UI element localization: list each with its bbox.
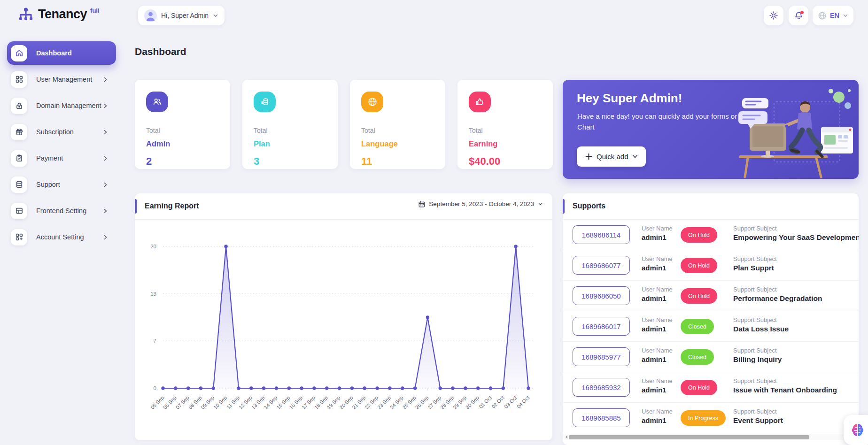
notifications-button[interactable]: [789, 6, 808, 25]
sidebar-item-account-setting[interactable]: Account Setting: [7, 225, 116, 249]
subject-cell: Support SubjectBilling Inquiry: [733, 347, 859, 364]
ticket-id-button[interactable]: 1689685977: [573, 347, 630, 366]
sidebar-item-label: Account Setting: [36, 233, 84, 241]
user-cell: User Nameadmin1: [642, 225, 673, 241]
support-subject-value: Event Support: [733, 416, 859, 425]
sidebar-item-payment[interactable]: Payment: [7, 146, 116, 170]
sidebar-item-support[interactable]: Support: [7, 173, 116, 196]
support-subject-value: Data Loss Issue: [733, 325, 859, 333]
sidebar-item-subscription[interactable]: Subscription: [7, 120, 116, 144]
svg-text:16 Sep: 16 Sep: [288, 395, 303, 410]
language-selector[interactable]: EN: [813, 6, 853, 25]
chevron-right-icon: [102, 155, 108, 161]
status-badge: On Hold: [681, 288, 717, 304]
ticket-id-button[interactable]: 1689686017: [573, 317, 630, 336]
sidebar-item-dashboard[interactable]: Dashboard: [7, 41, 116, 65]
coins-icon: $: [254, 92, 276, 112]
subject-cell: Support SubjectPlan Supprt: [733, 255, 859, 272]
brand-logo[interactable]: Tenancy full: [17, 7, 100, 24]
sidebar-item-label: Support: [36, 181, 60, 188]
welcome-card: Hey Super Admin! Have a nice day! you ca…: [563, 80, 859, 179]
support-subject-label: Support Subject: [733, 347, 859, 354]
svg-text:13: 13: [150, 291, 156, 297]
brand-name: Tenancy: [38, 7, 87, 22]
stat-total-label: Total: [361, 127, 434, 134]
chevron-right-icon: [102, 208, 108, 214]
support-ticket-row: 1689685885User Nameadmin1In ProgressSupp…: [563, 403, 859, 433]
chevron-right-icon: [102, 129, 108, 135]
svg-text:22 Sep: 22 Sep: [364, 395, 379, 410]
svg-text:12 Sep: 12 Sep: [238, 395, 253, 410]
sidebar-item-frontend-setting[interactable]: Frontend Setting: [7, 199, 116, 222]
earning-report-header: Earning Report September 5, 2023 - Octob…: [135, 193, 552, 220]
assistant-floating-button[interactable]: [844, 415, 868, 445]
svg-text:7: 7: [154, 338, 156, 344]
ticket-id-button[interactable]: 1689686077: [573, 256, 630, 275]
theme-toggle-button[interactable]: [764, 6, 783, 25]
svg-text:02 Oct: 02 Oct: [490, 395, 505, 409]
stat-value: 2: [146, 155, 219, 168]
brand-tree-icon: [17, 7, 35, 24]
sidebar-item-label: Frontend Setting: [36, 207, 86, 215]
ticket-id-button[interactable]: 1689686114: [573, 225, 630, 244]
calendar-icon: [418, 201, 425, 207]
ticket-id-button[interactable]: 1689685932: [573, 378, 630, 397]
page-title: Dashboard: [135, 46, 186, 57]
quick-add-button[interactable]: Quick add: [577, 146, 646, 167]
sidebar-item-domain-management[interactable]: Domain Management: [7, 94, 116, 117]
sidebar-item-label: Domain Management: [36, 102, 101, 109]
layout-table-icon: [11, 203, 27, 219]
welcome-title: Hey Super Admin!: [577, 91, 682, 106]
user-name-label: User Name: [642, 286, 673, 293]
user-name-label: User Name: [642, 225, 673, 232]
plus-icon: [585, 153, 592, 160]
svg-text:27 Sep: 27 Sep: [426, 395, 442, 410]
stat-value: 11: [361, 155, 434, 168]
user-name-value: admin1: [642, 294, 673, 302]
svg-text:09 Sep: 09 Sep: [200, 395, 215, 410]
date-range-label: September 5, 2023 - October 4, 2023: [429, 200, 534, 207]
stat-card-language: TotalLanguage11: [350, 80, 445, 169]
support-subject-value: Empowering Your SaaS Development: [733, 233, 859, 242]
stat-total-label: Total: [469, 127, 542, 134]
status-badge: Closed: [681, 349, 714, 365]
supports-header: Supports: [563, 193, 859, 220]
support-ticket-row: 1689685932User Nameadmin1On HoldSupport …: [563, 372, 859, 403]
home-icon: [11, 45, 27, 61]
sidebar-item-user-management[interactable]: User Management: [7, 68, 116, 91]
stat-card-earning: TotalEarning$40.00: [457, 80, 553, 169]
ticket-id-button[interactable]: 1689686050: [573, 286, 630, 305]
svg-text:04 Oct: 04 Oct: [516, 395, 530, 409]
support-subject-label: Support Subject: [733, 286, 859, 293]
chevron-down-icon: [538, 201, 543, 207]
stat-name: Plan: [254, 139, 326, 148]
scrollbar-thumb[interactable]: [569, 435, 809, 439]
support-subject-value: Performance Degradation: [733, 294, 859, 303]
support-subject-label: Support Subject: [733, 225, 859, 232]
chevron-right-icon: [102, 234, 108, 240]
user-name-value: admin1: [642, 264, 673, 272]
date-range-picker[interactable]: September 5, 2023 - October 4, 2023: [418, 200, 543, 207]
chevron-right-icon: [102, 182, 108, 188]
status-badge: On Hold: [681, 258, 717, 273]
profile-menu-button[interactable]: Hi, Super Admin: [138, 6, 225, 25]
earning-chart: 07132005 Sep06 Sep07 Sep08 Sep09 Sep10 S…: [135, 220, 552, 441]
svg-text:10 Sep: 10 Sep: [212, 395, 228, 410]
horizontal-scrollbar[interactable]: [563, 434, 859, 440]
stat-name: Admin: [146, 139, 219, 148]
user-cell: User Nameadmin1: [642, 316, 673, 333]
stat-total-label: Total: [254, 127, 326, 134]
user-name-label: User Name: [642, 347, 673, 354]
svg-text:18 Sep: 18 Sep: [313, 395, 329, 410]
svg-text:11 Sep: 11 Sep: [225, 395, 241, 410]
user-cell: User Nameadmin1: [642, 408, 673, 424]
earning-report-panel: Earning Report September 5, 2023 - Octob…: [135, 193, 552, 440]
supports-panel: Supports 1689686114User Nameadmin1On Hol…: [563, 193, 859, 445]
svg-text:06 Sep: 06 Sep: [162, 395, 178, 410]
users-icon: [146, 92, 168, 112]
accent-bar: [563, 199, 565, 214]
scroll-left-arrow[interactable]: [564, 435, 567, 439]
ticket-id-button[interactable]: 1689685885: [573, 408, 630, 427]
user-name-value: admin1: [642, 386, 673, 394]
stat-total-label: Total: [146, 127, 219, 134]
